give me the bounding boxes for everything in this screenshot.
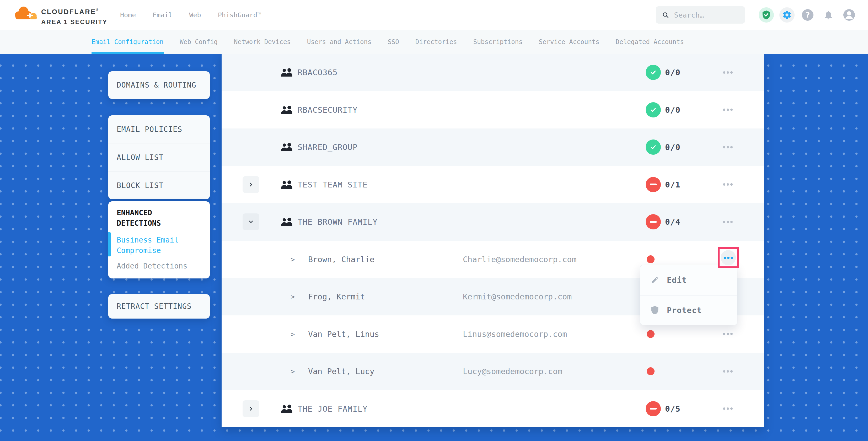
group-row: RBACO365 0/0 bbox=[222, 54, 764, 91]
svg-text:?: ? bbox=[806, 11, 810, 20]
bell-icon[interactable] bbox=[821, 7, 836, 23]
secondary-nav-tabs: Email Configuration Web Config Network D… bbox=[92, 30, 684, 54]
member-chevron: > bbox=[290, 330, 295, 338]
member-email: Lucy@somedemocorp.com bbox=[463, 367, 562, 376]
collapse-chevron-button[interactable] bbox=[243, 213, 259, 230]
sidebar-item-label: BLOCK LIST bbox=[108, 181, 164, 190]
tab-network-devices[interactable]: Network Devices bbox=[234, 30, 291, 54]
status-badge: 0/1 bbox=[646, 177, 681, 192]
nav-phishguard[interactable]: PhishGuard™ bbox=[218, 11, 261, 19]
context-menu-item-edit[interactable]: Edit bbox=[640, 265, 737, 295]
tab-subscriptions[interactable]: Subscriptions bbox=[473, 30, 523, 54]
group-row: SHARED_GROUP 0/0 bbox=[222, 128, 764, 166]
row-context-menu: Edit Protect bbox=[640, 265, 737, 325]
help-icon[interactable]: ? bbox=[800, 7, 815, 23]
row-menu-button-active[interactable] bbox=[721, 250, 736, 265]
nav-web[interactable]: Web bbox=[189, 11, 201, 19]
group-icon bbox=[281, 68, 293, 77]
group-name: THE JOE FAMILY bbox=[298, 404, 368, 413]
row-menu-button[interactable] bbox=[718, 213, 737, 231]
minus-icon bbox=[646, 177, 661, 192]
brand-text: CLOUDFLARE® AREA 1 SECURITY bbox=[41, 8, 107, 26]
sidebar-item-block-list[interactable]: BLOCK LIST bbox=[108, 171, 210, 199]
sidebar-item-business-email-compromise[interactable]: Business Email Compromise bbox=[117, 235, 198, 256]
nav-home[interactable]: Home bbox=[120, 11, 136, 19]
sidebar-item-label: ALLOW LIST bbox=[108, 153, 164, 162]
row-menu-button[interactable] bbox=[718, 138, 737, 156]
sidebar-item-domains-routing[interactable]: DOMAINS & ROUTING bbox=[108, 81, 196, 89]
context-menu-label: Protect bbox=[667, 306, 702, 315]
tab-delegated-accounts[interactable]: Delegated Accounts bbox=[616, 30, 684, 54]
group-name: SHARED_GROUP bbox=[298, 143, 358, 152]
account-icon[interactable] bbox=[841, 7, 857, 23]
member-chevron: > bbox=[290, 367, 295, 375]
nav-email[interactable]: Email bbox=[153, 11, 172, 19]
row-menu-button[interactable] bbox=[718, 101, 737, 119]
sidebar-item-email-policies[interactable]: EMAIL POLICIES bbox=[108, 115, 210, 143]
cloudflare-cloud-icon bbox=[12, 4, 38, 22]
row-menu-button[interactable] bbox=[718, 362, 737, 380]
group-icon bbox=[281, 404, 293, 413]
tab-email-configuration[interactable]: Email Configuration bbox=[92, 30, 164, 54]
group-row: TEST TEAM SITE 0/1 bbox=[222, 166, 764, 203]
sidebar-card-retract: RETRACT SETTINGS bbox=[108, 294, 210, 319]
member-email: Linus@somedemocorp.com bbox=[463, 329, 567, 339]
groups-table: RBACO365 0/0 RBACSECURITY bbox=[222, 54, 764, 428]
minus-icon bbox=[646, 214, 661, 229]
click-highlight-box bbox=[718, 247, 739, 268]
protection-count: 0/5 bbox=[665, 404, 681, 413]
status-badge: 0/0 bbox=[646, 139, 681, 155]
sidebar-item-added-detections[interactable]: Added Detections bbox=[117, 262, 202, 270]
member-email: Kermit@somedemocorp.com bbox=[463, 292, 572, 301]
context-menu-item-protect[interactable]: Protect bbox=[640, 295, 737, 325]
pencil-icon bbox=[651, 276, 659, 284]
row-menu-button[interactable] bbox=[718, 325, 737, 343]
member-row: > Van Pelt, Lucy Lucy@somedemocorp.com bbox=[222, 353, 764, 390]
search-input[interactable] bbox=[674, 11, 742, 19]
sidebar-item-allow-list[interactable]: ALLOW LIST bbox=[108, 143, 210, 171]
cloudflare-logo[interactable]: CLOUDFLARE® AREA 1 SECURITY bbox=[12, 3, 103, 27]
tab-users-and-actions[interactable]: Users and Actions bbox=[307, 30, 372, 54]
shield-check-icon[interactable] bbox=[758, 7, 774, 23]
search-icon bbox=[662, 11, 669, 19]
row-menu-button[interactable] bbox=[718, 63, 737, 82]
group-icon bbox=[281, 180, 293, 189]
protection-count: 0/4 bbox=[665, 217, 681, 226]
brand-subtitle: AREA 1 SECURITY bbox=[41, 18, 107, 26]
sidebar-item-retract-settings[interactable]: RETRACT SETTINGS bbox=[108, 302, 192, 311]
sidebar-item-label: EMAIL POLICIES bbox=[108, 125, 182, 134]
check-icon bbox=[646, 102, 661, 118]
sidebar-card-domains: DOMAINS & ROUTING bbox=[108, 71, 210, 99]
row-menu-button[interactable] bbox=[718, 400, 737, 418]
protection-count: 0/0 bbox=[665, 68, 681, 77]
sidebar-item-enhanced-detections[interactable]: ENHANCED DETECTIONS bbox=[117, 208, 198, 229]
brand-name: CLOUDFLARE bbox=[41, 8, 96, 16]
group-name: TEST TEAM SITE bbox=[298, 180, 368, 189]
member-name: Van Pelt, Lucy bbox=[308, 367, 374, 376]
member-chevron: > bbox=[290, 293, 295, 301]
tab-directories[interactable]: Directories bbox=[415, 30, 457, 54]
group-icon bbox=[281, 217, 293, 226]
check-icon bbox=[646, 65, 661, 80]
status-badge: 0/0 bbox=[646, 102, 681, 118]
group-row: THE BROWN FAMILY 0/4 bbox=[222, 203, 764, 241]
expand-chevron-button[interactable] bbox=[243, 400, 259, 417]
status-dot bbox=[647, 367, 655, 375]
top-header: CLOUDFLARE® AREA 1 SECURITY Home Email W… bbox=[0, 0, 868, 30]
header-icon-cluster: ? bbox=[758, 7, 857, 23]
member-chevron: > bbox=[290, 255, 295, 263]
tab-service-accounts[interactable]: Service Accounts bbox=[539, 30, 599, 54]
sidebar-card-policies: EMAIL POLICIES ALLOW LIST BLOCK LIST bbox=[108, 115, 210, 199]
member-name: Brown, Charlie bbox=[308, 255, 374, 264]
status-dot bbox=[647, 255, 655, 263]
search-box[interactable] bbox=[656, 6, 745, 24]
tab-sso[interactable]: SSO bbox=[388, 30, 399, 54]
tab-web-config[interactable]: Web Config bbox=[180, 30, 218, 54]
status-badge: 0/4 bbox=[646, 214, 681, 229]
registered-mark: ® bbox=[96, 8, 99, 11]
status-badge: 0/0 bbox=[646, 65, 681, 80]
protection-count: 0/1 bbox=[665, 180, 681, 189]
expand-chevron-button[interactable] bbox=[243, 176, 259, 193]
row-menu-button[interactable] bbox=[718, 176, 737, 194]
gear-icon[interactable] bbox=[779, 7, 795, 23]
